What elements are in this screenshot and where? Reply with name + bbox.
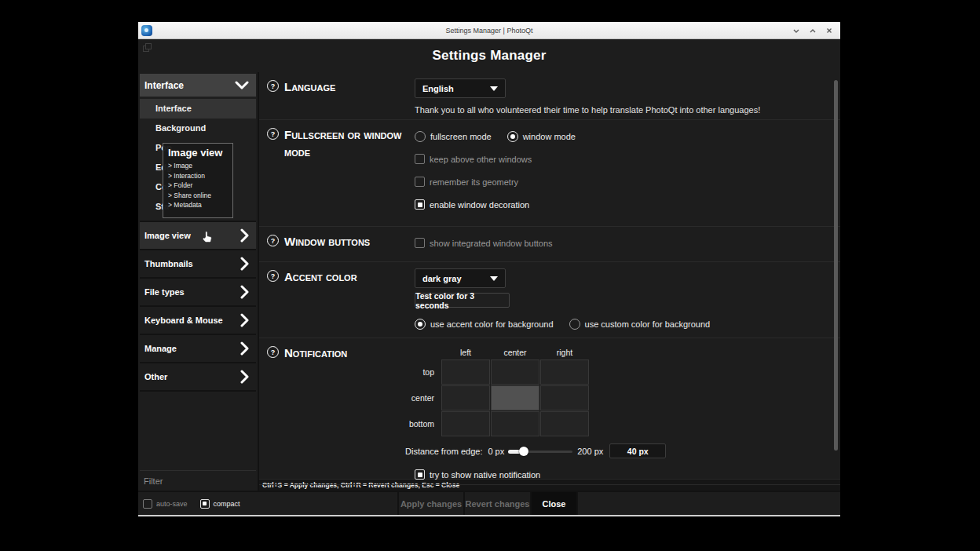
minimize-button[interactable] — [792, 26, 801, 35]
remember-geometry-label: remember its geometry — [430, 177, 518, 187]
auto-save-checkbox[interactable] — [143, 499, 152, 509]
fullscreen-mode-radio[interactable] — [415, 131, 426, 142]
distance-label: Distance from edge: — [405, 447, 482, 456]
sidebar-group-interface[interactable]: Interface — [140, 74, 256, 97]
section-title-window-buttons: Window buttons — [284, 233, 370, 261]
titlebar[interactable]: Settings Manager | PhotoQt — [138, 22, 840, 39]
position-cell-top-right[interactable] — [540, 359, 589, 385]
tooltip-item: > Image — [168, 161, 232, 171]
chevron-right-icon — [240, 370, 249, 384]
photoqt-app-icon — [141, 25, 152, 36]
chevron-down-icon — [235, 81, 249, 90]
distance-value-spinbox[interactable]: 40 px — [609, 443, 666, 458]
tooltip-item: > Share online — [168, 191, 232, 201]
tooltip-item: > Metadata — [168, 200, 232, 210]
revert-changes-button[interactable]: Revert changes — [465, 492, 532, 515]
position-cell-center-left[interactable] — [441, 385, 490, 411]
custom-background-radio[interactable] — [569, 319, 580, 330]
notification-position-grid: left center right top center — [386, 346, 840, 436]
section-title-notification: Notification — [284, 345, 347, 484]
help-icon[interactable]: ? — [267, 270, 279, 282]
section-notification: ? Notification left center right top — [259, 338, 840, 485]
position-cell-bottom-center[interactable] — [491, 411, 539, 436]
window-decoration-checkbox[interactable] — [415, 199, 425, 210]
test-color-button[interactable]: Test color for 3 seconds — [415, 293, 510, 308]
desktop-background: Settings Manager | PhotoQt Settings Mana… — [0, 0, 980, 551]
popout-icon[interactable] — [143, 43, 152, 52]
grid-row-center-label: center — [386, 393, 441, 403]
language-dropdown[interactable]: English — [415, 78, 506, 98]
distance-min: 0 px — [488, 447, 504, 456]
close-button[interactable]: Close — [532, 492, 578, 515]
page-title: Settings Manager — [433, 48, 547, 64]
chevron-right-icon — [240, 313, 249, 327]
native-notification-label: try to show native notification — [430, 470, 540, 480]
help-icon[interactable]: ? — [267, 235, 279, 246]
app-header: Settings Manager — [138, 39, 840, 72]
caret-down-icon — [490, 276, 498, 281]
section-language: ? Language English Thank you to all who … — [259, 72, 840, 120]
grid-col-right-label: right — [540, 346, 589, 359]
distance-max: 200 px — [577, 447, 603, 456]
sidebar-category-thumbnails[interactable]: Thumbnails — [140, 250, 256, 279]
window-title: Settings Manager | PhotoQt — [138, 27, 840, 35]
section-mode: ? Fullscreen or window mode fullscreen m… — [259, 120, 840, 227]
position-cell-center-right[interactable] — [540, 385, 589, 411]
sidebar-category-other[interactable]: Other — [140, 363, 256, 392]
position-cell-top-left[interactable] — [441, 359, 490, 385]
keep-above-checkbox[interactable] — [415, 154, 425, 164]
sidebar: Interface Interface Background Pop Edg C… — [138, 72, 259, 491]
grid-row-bottom-label: bottom — [386, 419, 441, 429]
tooltip-item: > Interaction — [168, 171, 232, 181]
fullscreen-mode-label: fullscreen mode — [430, 132, 492, 141]
accent-background-radio[interactable] — [415, 319, 426, 330]
sidebar-item-background[interactable]: Background — [140, 119, 256, 138]
image-view-tooltip: Image view > Image > Interaction > Folde… — [163, 143, 233, 218]
language-note: Thank you to all who volunteered their t… — [415, 105, 840, 115]
compact-checkbox[interactable] — [200, 499, 210, 509]
window-mode-label: window mode — [523, 132, 576, 141]
grid-col-left-label: left — [441, 346, 490, 359]
chevron-right-icon — [240, 285, 249, 299]
position-cell-center-center[interactable] — [491, 385, 539, 411]
section-accent-color: ? Accent color dark gray Test color for … — [259, 262, 840, 338]
help-icon[interactable]: ? — [267, 346, 279, 358]
hand-cursor-icon — [201, 231, 213, 246]
auto-save-label: auto-save — [156, 500, 188, 508]
sidebar-empty-area — [140, 392, 256, 471]
sidebar-category-image-view[interactable]: Image view — [140, 222, 256, 250]
native-notification-checkbox[interactable] — [415, 469, 425, 480]
footer-bar: auto-save compact Apply changes Revert c… — [138, 491, 840, 515]
help-icon[interactable]: ? — [267, 80, 279, 92]
accent-color-dropdown-value: dark gray — [422, 274, 462, 283]
content-scrollbar[interactable] — [834, 80, 838, 451]
help-icon[interactable]: ? — [267, 128, 279, 140]
chevron-right-icon — [240, 228, 249, 243]
slider-handle[interactable] — [519, 447, 528, 456]
accent-color-dropdown[interactable]: dark gray — [415, 268, 506, 288]
close-window-button[interactable] — [825, 26, 834, 35]
remember-geometry-checkbox[interactable] — [415, 177, 425, 187]
section-title-mode: Fullscreen or window mode — [284, 126, 404, 226]
apply-changes-button[interactable]: Apply changes — [399, 492, 465, 515]
position-cell-top-center[interactable] — [491, 359, 539, 385]
window-decoration-label: enable window decoration — [430, 200, 529, 210]
settings-manager-window: Settings Manager | PhotoQt Settings Mana… — [138, 22, 840, 516]
position-cell-bottom-left[interactable] — [441, 411, 490, 436]
position-cell-bottom-right[interactable] — [540, 411, 589, 436]
maximize-button[interactable] — [808, 26, 817, 35]
settings-content: ? Language English Thank you to all who … — [259, 72, 840, 491]
accent-background-label: use accent color for background — [430, 319, 554, 329]
window-mode-radio[interactable] — [507, 131, 518, 142]
distance-slider[interactable] — [508, 447, 572, 456]
filter-input[interactable] — [140, 471, 256, 491]
sidebar-item-interface[interactable]: Interface — [140, 99, 256, 119]
sidebar-category-keyboard-mouse[interactable]: Keyboard & Mouse — [140, 307, 256, 335]
integrated-window-buttons-checkbox[interactable] — [415, 238, 425, 248]
sidebar-category-file-types[interactable]: File types — [140, 279, 256, 307]
compact-label: compact — [214, 500, 240, 508]
tooltip-title: Image view — [168, 147, 232, 159]
tooltip-item: > Folder — [168, 181, 232, 191]
caret-down-icon — [490, 86, 498, 91]
sidebar-category-manage[interactable]: Manage — [140, 335, 256, 363]
